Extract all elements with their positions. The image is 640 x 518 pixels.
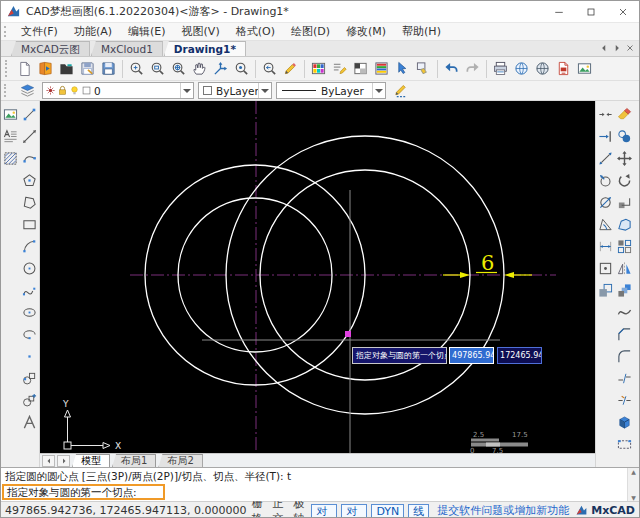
pan-button[interactable] [189, 58, 210, 79]
stretch-button[interactable] [615, 191, 634, 213]
feedback-link[interactable]: 提交软件问题或增加新功能 [437, 503, 569, 518]
status-toggle-boxed-2[interactable]: DYN [371, 504, 404, 518]
export-pdf-button[interactable] [553, 58, 574, 79]
status-toggle-boxed-3[interactable]: 线宽 [408, 504, 429, 518]
linear-dimension-button[interactable] [596, 235, 615, 257]
select-button[interactable] [392, 58, 413, 79]
maximize-button[interactable] [575, 1, 607, 22]
layout-tab-2[interactable]: 布局2 [158, 454, 202, 467]
break-button[interactable] [615, 367, 634, 389]
scroll-left-button[interactable] [42, 455, 55, 467]
scroll-right-button[interactable] [612, 43, 622, 56]
menu-item-6[interactable]: 修改(M) [338, 23, 394, 40]
edit-pencil-button[interactable] [390, 80, 411, 101]
region-button[interactable] [596, 257, 615, 279]
scroll-up-icon[interactable]: ▲ [631, 468, 636, 475]
polygon-button[interactable] [20, 169, 39, 191]
minimize-button[interactable] [543, 1, 575, 22]
new-file-button[interactable] [14, 58, 35, 79]
document-tab-0[interactable]: MxCAD云图 [11, 41, 90, 56]
layer-button[interactable] [350, 58, 371, 79]
arc-button[interactable] [20, 235, 39, 257]
single-text-button[interactable] [20, 411, 39, 433]
rotate-reference-button[interactable] [596, 169, 615, 191]
extend-button[interactable] [596, 125, 615, 147]
menu-item-7[interactable]: 帮助(H) [394, 23, 449, 40]
menu-item-3[interactable]: 视图(V) [174, 23, 228, 40]
layout-tab-1[interactable]: 布局1 [112, 454, 156, 467]
open-drawing-button[interactable] [35, 58, 56, 79]
menu-item-5[interactable]: 绘图(D) [283, 23, 338, 40]
menu-item-4[interactable]: 格式(O) [228, 23, 283, 40]
block-create-button[interactable] [20, 389, 39, 411]
status-toggle-boxed-0[interactable]: 对象捕捉 [311, 504, 337, 518]
polyline-button[interactable] [20, 147, 39, 169]
wipeout-button[interactable] [615, 433, 634, 455]
chevron-down-icon[interactable] [372, 83, 385, 98]
spline-button[interactable] [20, 279, 39, 301]
text-format-button[interactable] [1, 125, 20, 147]
scale-button[interactable] [615, 279, 634, 301]
erase-button[interactable] [615, 103, 634, 125]
undo-button[interactable] [441, 58, 462, 79]
zoom-dynamic-button[interactable] [210, 58, 231, 79]
break-at-point-button[interactable] [615, 389, 634, 411]
publish-web-button[interactable] [511, 58, 532, 79]
print-button[interactable] [490, 58, 511, 79]
copy-cascade-button[interactable] [596, 279, 615, 301]
save-button[interactable] [77, 58, 98, 79]
status-toggle-boxed-1[interactable]: 对象追踪 [341, 504, 367, 518]
color-combo[interactable]: ByLayer [198, 82, 272, 99]
document-tab-1[interactable]: MxCloud1 [91, 41, 163, 56]
zoom-extents-button[interactable] [168, 58, 189, 79]
fillet-button[interactable] [615, 345, 634, 367]
zoom-window-button[interactable] [147, 58, 168, 79]
hatch-button[interactable] [1, 147, 20, 169]
line-button[interactable] [20, 103, 39, 125]
lengthen-button[interactable] [596, 147, 615, 169]
open-folder-button[interactable] [56, 58, 77, 79]
polyline-edit-button[interactable] [615, 213, 634, 235]
point-button[interactable] [20, 345, 39, 367]
redo-button[interactable] [462, 58, 483, 79]
insert-image-button[interactable] [1, 103, 20, 125]
construction-line-button[interactable] [20, 125, 39, 147]
menu-item-1[interactable]: 功能(A) [66, 23, 120, 40]
dynamic-input-y-field[interactable]: 172465.947 [497, 347, 542, 364]
chevron-down-icon[interactable] [258, 83, 271, 98]
save-as-button[interactable] [98, 58, 119, 79]
menu-item-2[interactable]: 编辑(E) [120, 23, 174, 40]
document-tab-2[interactable]: Drawing1* [164, 41, 246, 56]
array-button[interactable] [615, 235, 634, 257]
trim-button[interactable] [596, 103, 615, 125]
sketch-button[interactable] [280, 58, 301, 79]
copy-button[interactable] [615, 125, 634, 147]
chamfer-button[interactable] [615, 323, 634, 345]
zoom-previous-button[interactable] [259, 58, 280, 79]
dynamic-input-x-field[interactable]: 497865.943 [449, 347, 494, 364]
angle-measure-button[interactable] [596, 213, 615, 235]
freehand-polygon-button[interactable] [20, 191, 39, 213]
insert-image-button[interactable] [574, 58, 595, 79]
scroll-left-button[interactable] [599, 43, 609, 56]
layers-manager-button[interactable] [17, 80, 38, 101]
zoom-in-button[interactable] [126, 58, 147, 79]
ellipse-arc-button[interactable] [20, 323, 39, 345]
color-palette-button[interactable] [308, 58, 329, 79]
command-scrollbar[interactable]: ▲ ▼ [627, 468, 639, 501]
block-insert-button[interactable] [20, 367, 39, 389]
ellipse-button[interactable] [20, 301, 39, 323]
close-button[interactable] [607, 1, 639, 22]
scroll-right-button[interactable] [57, 455, 70, 467]
scroll-down-icon[interactable]: ▼ [631, 494, 636, 501]
chevron-down-icon[interactable] [180, 83, 193, 98]
network-button[interactable] [532, 58, 553, 79]
rotate-button[interactable] [615, 169, 634, 191]
layer-properties-button[interactable] [371, 58, 392, 79]
text-style-button[interactable] [329, 58, 350, 79]
scale-reference-button[interactable] [596, 191, 615, 213]
zoom-object-button[interactable] [231, 58, 252, 79]
command-prompt-box[interactable]: 指定对象与圆的第一个切点: [2, 484, 165, 500]
layer-combo[interactable]: 0 [42, 82, 194, 99]
circle-button[interactable] [20, 257, 39, 279]
